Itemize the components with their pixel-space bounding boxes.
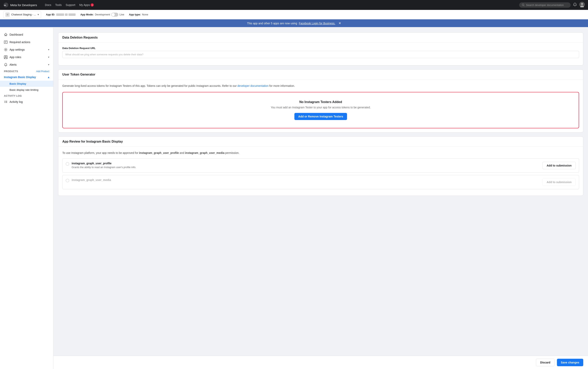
top-nav-links: Docs Tools Support My Apps 1 (45, 3, 94, 7)
sidebar-item-required-actions[interactable]: Required actions (0, 38, 53, 46)
sidebar-item-dashboard[interactable]: Dashboard (0, 31, 53, 38)
app-icon (5, 12, 10, 17)
svg-point-11 (5, 49, 6, 50)
search-icon (522, 4, 525, 6)
review-desc-end: permission. (224, 151, 239, 154)
banner-close-icon[interactable]: ✕ (338, 21, 341, 25)
svg-line-2 (524, 6, 524, 6)
bell-icon[interactable] (573, 3, 577, 8)
data-deletion-url-group: Data Deletion Request URL (62, 47, 579, 58)
sidebar-item-app-settings-label: App settings (10, 48, 46, 51)
add-to-submission-profile-button[interactable]: Add to submission (543, 162, 576, 169)
user-avatar[interactable] (579, 2, 585, 8)
instagram-chevron: ▴ (48, 76, 49, 79)
banner-link[interactable]: Facebook Login for Business. (299, 22, 335, 25)
sidebar-item-app-roles-label: App roles (10, 56, 46, 59)
permission-name-profile: instagram_graph_user_profile (72, 162, 540, 165)
app-id-label: App ID: (46, 13, 55, 16)
token-generator-title: User Token Generator (62, 73, 95, 76)
sidebar-item-app-settings[interactable]: App settings ▾ (0, 46, 53, 53)
no-testers-box: No Instagram Testers Added You must add … (62, 92, 579, 128)
review-desc-and: and (179, 151, 185, 154)
search-input[interactable] (526, 4, 568, 7)
logo: ∞ Meta for Developers (3, 2, 37, 8)
svg-rect-8 (4, 41, 7, 43)
products-section: Products Add Product (0, 68, 53, 73)
permission-item-profile: instagram_graph_user_profile Grants the … (62, 158, 579, 173)
add-remove-testers-button[interactable]: Add or Remove Instagram Testers (294, 113, 347, 120)
permission-desc-profile: Grants the ability to read an Instagram … (72, 166, 540, 169)
house-icon (4, 33, 8, 36)
bottom-bar: Discard Save changes (53, 356, 588, 369)
token-generator-header: User Token Generator (58, 70, 583, 80)
nav-tools[interactable]: Tools (55, 3, 62, 7)
app-review-desc: To use Instagram platform, your app need… (62, 151, 579, 155)
token-generator-desc: Generate long-lived access tokens for In… (62, 84, 579, 88)
permission-radio-profile[interactable] (66, 162, 69, 166)
top-nav: ∞ Meta for Developers Docs Tools Support… (0, 0, 588, 10)
app-settings-chevron: ▾ (48, 48, 49, 51)
save-changes-button[interactable]: Save changes (557, 359, 583, 366)
token-gen-desc-text: Generate long-lived access tokens for In… (62, 84, 237, 87)
app-mode-field: App Mode: Development Live (80, 13, 124, 17)
discard-button[interactable]: Discard (536, 359, 554, 366)
logo-text: Meta for Developers (10, 3, 37, 7)
instagram-section-header[interactable]: Instagram Basic Display ▴ (0, 73, 53, 81)
data-deletion-body: Data Deletion Request URL (58, 43, 583, 65)
nav-support[interactable]: Support (66, 3, 75, 7)
svg-point-13 (5, 56, 6, 57)
app-mode-toggle[interactable] (111, 13, 118, 17)
permission2-bold: instagram_graph_user_media (185, 151, 224, 154)
permission-info-profile: instagram_graph_user_profile Grants the … (72, 162, 540, 169)
data-deletion-url-input[interactable] (62, 51, 579, 58)
top-nav-right (519, 2, 585, 8)
data-deletion-title: Data Deletion Requests (62, 36, 98, 39)
data-deletion-header: Data Deletion Requests (58, 33, 583, 43)
instagram-section-label: Instagram Basic Display (4, 76, 36, 79)
sidebar-sub-basic-display[interactable]: Basic Display (0, 81, 53, 87)
permission-item-media: instagram_graph_user_media Add to submis… (62, 175, 579, 189)
token-generator-body: Generate long-lived access tokens for In… (58, 80, 583, 132)
app-mode-label: App Mode: (80, 13, 94, 16)
id-block-2 (65, 13, 68, 16)
app-selector[interactable]: Chatwoot Staging - ... ▾ (3, 11, 41, 18)
alert-icon (4, 40, 8, 44)
svg-text:∞: ∞ (4, 4, 6, 7)
app-review-body: To use Instagram platform, your app need… (58, 147, 583, 195)
permission-action-profile: Add to submission (543, 162, 576, 169)
app-mode-live: Live (119, 13, 124, 16)
app-id-field: App ID: (46, 13, 76, 16)
sidebar-item-alerts-label: Alerts (10, 63, 46, 66)
add-product-link[interactable]: Add Product (36, 70, 49, 73)
sidebar-item-dashboard-label: Dashboard (10, 33, 49, 36)
app-review-card: App Review for Instagram Basic Display T… (58, 136, 583, 195)
permission-radio-media[interactable] (66, 179, 69, 182)
no-testers-desc: You must add an Instagram Tester to your… (67, 106, 575, 109)
add-to-submission-media-button[interactable]: Add to submission (543, 178, 576, 186)
search-bar[interactable] (519, 2, 571, 8)
my-apps-button[interactable]: My Apps 1 (79, 3, 94, 7)
data-deletion-card: Data Deletion Requests Data Deletion Req… (58, 32, 583, 65)
svg-point-4 (581, 3, 583, 5)
sidebar-item-alerts[interactable]: Alerts ▾ (0, 61, 53, 68)
info-banner: This app and other 5 apps are now using … (0, 19, 588, 27)
nav-docs[interactable]: Docs (45, 3, 51, 7)
sidebar-item-required-actions-label: Required actions (10, 41, 49, 44)
layout: Dashboard Required actions App settings … (0, 28, 588, 369)
activity-log-section: Activity log (0, 93, 53, 98)
permission-action-media: Add to submission (543, 178, 576, 186)
permission-name-media: instagram_graph_user_media (72, 178, 540, 182)
alerts-chevron: ▾ (48, 63, 49, 66)
permission1-bold: instagram_graph_user_profile (139, 151, 179, 154)
sidebar-item-app-roles[interactable]: App roles ▾ (0, 53, 53, 61)
app-review-title: App Review for Instagram Basic Display (62, 140, 123, 143)
developer-docs-link[interactable]: developer documentation (237, 84, 268, 87)
id-block-1 (56, 13, 64, 16)
activity-log-label: Activity log (10, 100, 49, 103)
sidebar-item-activity-log[interactable]: Activity log (0, 98, 53, 106)
app-mode-value: Development (95, 13, 110, 16)
basic-display-rate-limiting-label: Basic display rate limiting (10, 88, 38, 91)
data-deletion-url-label: Data Deletion Request URL (62, 47, 579, 50)
sidebar-sub-basic-display-rate-limiting[interactable]: Basic display rate limiting (0, 87, 53, 93)
bell-sidebar-icon (4, 63, 8, 66)
